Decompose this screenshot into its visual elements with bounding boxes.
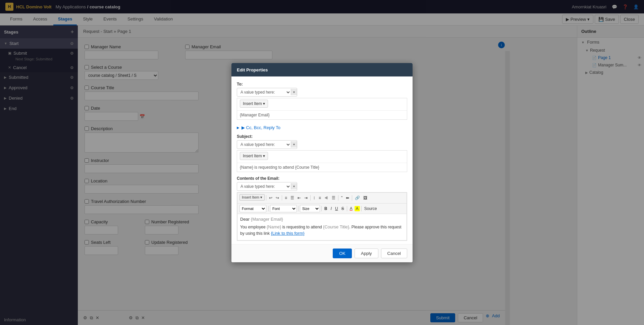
email-body-text: You employee {Name} is requesting to att…: [240, 224, 404, 237]
blockquote-button[interactable]: ": [340, 195, 344, 201]
cc-chevron-icon: ▶: [237, 126, 239, 129]
toolbar-sep2: [282, 195, 282, 201]
dialog-cancel-button[interactable]: Cancel: [381, 249, 407, 258]
format-select: Format: [239, 205, 267, 212]
outdent-button[interactable]: ⬅: [344, 195, 351, 201]
contents-section: Contents of the Email: A value typed her…: [237, 176, 407, 241]
course-title-token: {Course Title}: [323, 224, 349, 229]
subject-insert-item-button[interactable]: Insert Item ▾: [240, 152, 268, 160]
toolbar-sep7: [298, 206, 299, 211]
toolbar-sep9: [347, 206, 347, 211]
underline-button[interactable]: U: [334, 206, 339, 212]
dialog-body: To: A value typed here: ▾ Insert Item ▾ …: [231, 76, 413, 244]
subject-dropdown-icon[interactable]: ▾: [291, 141, 297, 148]
contents-dropdown-icon[interactable]: ▾: [291, 183, 297, 189]
apply-button[interactable]: Apply: [355, 249, 378, 258]
to-section: To: A value typed here: ▾ Insert Item ▾ …: [237, 82, 407, 120]
to-dropdown-icon[interactable]: ▾: [291, 89, 297, 95]
undo-button[interactable]: ↩: [268, 195, 274, 201]
email-body-area[interactable]: Dear {Manager Email} You employee {Name}…: [237, 214, 407, 240]
italic-button[interactable]: I: [329, 206, 333, 212]
dialog-title: Edit Properties: [237, 67, 268, 72]
font-color-button[interactable]: A: [348, 206, 354, 212]
format-select-input[interactable]: Format: [239, 205, 266, 212]
to-label: To:: [237, 82, 407, 87]
align-justify-button[interactable]: ☰: [330, 195, 337, 201]
name-token: {Name}: [267, 224, 281, 229]
dialog-header: Edit Properties: [231, 63, 413, 76]
toolbar-sep4: [338, 195, 338, 201]
toolbar-sep10: [361, 206, 362, 211]
contents-type-select[interactable]: A value typed here:: [237, 182, 291, 191]
bold-button[interactable]: B: [323, 206, 329, 212]
contents-select-row: A value typed here: ▾: [237, 182, 297, 191]
font-select: Font: [270, 205, 297, 212]
subject-select-row: A value typed here: ▾: [237, 140, 297, 149]
indent-right-button[interactable]: ⇥: [303, 195, 309, 201]
highlight-button[interactable]: A: [355, 206, 360, 211]
to-type-select[interactable]: A value typed here:: [237, 88, 291, 96]
modal-overlay: Edit Properties To: A value typed here: …: [0, 0, 644, 325]
email-toolbar-row1: Insert Item ▾ ↩ ↪ ≡ ☰ ⇤ ⇥ ⫶ ≡ ⫷ ☰: [237, 193, 407, 203]
toolbar-sep1: [266, 195, 266, 201]
toolbar-sep5: [352, 195, 352, 201]
cc-bcc-label: ▶ Cc, Bcc, Reply To: [241, 125, 280, 130]
to-select-row: A value typed here: ▾: [237, 88, 297, 97]
email-toolbar-row2: Format Font Siz: [237, 203, 407, 214]
unordered-list-button[interactable]: ☰: [289, 195, 296, 201]
ordered-list-button[interactable]: ≡: [283, 195, 288, 201]
cc-bcc-row[interactable]: ▶ ▶ Cc, Bcc, Reply To: [237, 124, 407, 131]
indent-left-button[interactable]: ⇤: [296, 195, 302, 201]
subject-value[interactable]: {Name} is requesting to attend {Course T…: [237, 163, 407, 172]
manager-email-token: {Manager Email}: [251, 217, 283, 222]
align-left-button[interactable]: ⫶: [312, 195, 317, 201]
align-right-button[interactable]: ⫷: [323, 195, 330, 201]
toolbar-sep6: [268, 206, 269, 211]
to-value[interactable]: {Manager Email}: [237, 111, 407, 119]
email-greeting: Dear {Manager Email}: [240, 217, 404, 222]
source-button[interactable]: Source: [363, 206, 378, 212]
toolbar-sep8: [321, 206, 322, 211]
contents-insert-item-button[interactable]: Insert Item ▾: [239, 194, 265, 201]
ok-button[interactable]: OK: [333, 249, 352, 258]
font-select-input[interactable]: Font: [270, 205, 297, 212]
edit-properties-dialog: Edit Properties To: A value typed here: …: [231, 63, 413, 262]
link-button[interactable]: 🔗: [354, 195, 361, 201]
subject-section: Subject: A value typed here: ▾ Insert It…: [237, 134, 407, 172]
dialog-footer: OK Apply Cancel: [231, 244, 413, 262]
toolbar-sep3: [310, 195, 311, 201]
subject-label: Subject:: [237, 134, 407, 139]
contents-label: Contents of the Email:: [237, 176, 407, 181]
redo-button[interactable]: ↪: [274, 195, 280, 201]
subject-type-select[interactable]: A value typed here:: [237, 141, 291, 149]
link-token[interactable]: {Link to this form}: [271, 231, 304, 236]
image-button[interactable]: 🖼: [362, 195, 369, 201]
to-insert-item-button[interactable]: Insert Item ▾: [240, 100, 268, 108]
size-select-input[interactable]: Size: [300, 205, 320, 212]
strikethrough-button[interactable]: S: [340, 206, 345, 212]
size-select: Size: [300, 205, 320, 212]
align-center-button[interactable]: ≡: [317, 195, 322, 201]
